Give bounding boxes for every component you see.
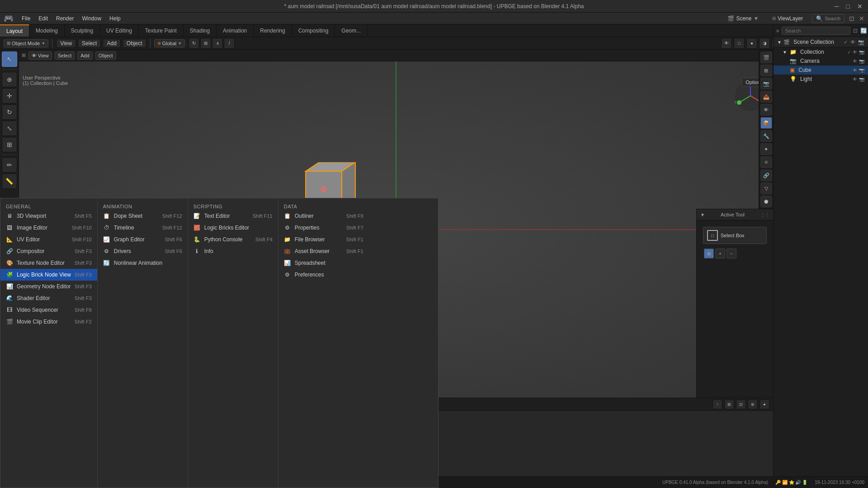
light-eye-icon[interactable]: 👁 (853, 77, 857, 82)
renderlayer-prop-icon[interactable]: ⊞ (760, 65, 772, 76)
collection-item[interactable]: ▼ 📁 Collection ✓ 👁 📷 (774, 47, 868, 56)
dd-drivers[interactable]: ⚙ Drivers Shift F6 (98, 245, 188, 257)
cursor-tool[interactable]: ⊕ (2, 72, 17, 87)
active-tool-collapse[interactable]: ▼ (700, 212, 705, 217)
bottom-icon-r2[interactable]: ⊞ (724, 399, 734, 409)
scene-selector[interactable]: 🎬 Scene ▼ (727, 15, 759, 22)
viewport-object-btn[interactable]: Object (95, 52, 116, 60)
cam-eye-icon[interactable]: 👁 (853, 59, 857, 64)
tab-geometry-nodes[interactable]: Geom... (335, 24, 368, 37)
minimize-button[interactable]: ─ (833, 3, 841, 10)
dd-logic-bricks[interactable]: 🧱 Logic Bricks Editor (188, 222, 278, 234)
cam-render-icon[interactable]: 📷 (859, 59, 864, 64)
collection-camera-icon[interactable]: 📷 (858, 39, 864, 45)
add-menu[interactable]: Add (103, 39, 120, 48)
tab-uv-editing[interactable]: UV Editing (100, 24, 139, 37)
dd-image-editor[interactable]: 🖼 Image Editor Shift F10 (0, 222, 97, 234)
light-render-icon[interactable]: 📷 (859, 77, 864, 82)
dd-3d-viewport[interactable]: 🖥 3D Viewport Shift F5 (0, 210, 97, 222)
dd-outliner[interactable]: 📋 Outliner Shift F9 (278, 210, 369, 222)
outliner-filter-btn[interactable]: ⊡ (853, 28, 858, 34)
dd-preferences[interactable]: ⚙ Preferences (278, 269, 369, 281)
viewlayer-selector[interactable]: ⊞ ViewLayer (772, 15, 803, 22)
menu-edit[interactable]: Edit (35, 14, 52, 23)
dd-properties[interactable]: ⚙ Properties Shift F7 (278, 222, 369, 234)
viewport-select-btn[interactable]: Select (55, 52, 75, 60)
viewport-add-btn[interactable]: Add (77, 52, 93, 60)
material-prop-icon[interactable]: ⬟ (760, 196, 772, 207)
collection-eye-icon[interactable]: 👁 (850, 39, 855, 45)
outliner-search-input[interactable] (782, 27, 850, 35)
dd-dope-sheet[interactable]: 📋 Dope Sheet Shift F12 (98, 210, 188, 222)
tab-shading[interactable]: Shading (184, 24, 217, 37)
menu-file[interactable]: File (18, 14, 34, 23)
cube-eye-icon[interactable]: 👁 (853, 68, 857, 73)
tab-texture-paint[interactable]: Texture Paint (139, 24, 184, 37)
dd-python-console[interactable]: 🐍 Python Console Shift F4 (188, 234, 278, 245)
bottom-icon-r3[interactable]: ⊡ (736, 399, 746, 409)
viewport-overlay-btn[interactable]: 👁 (721, 38, 732, 49)
tab-layout[interactable]: Layout (0, 24, 29, 37)
tab-sculpting[interactable]: Sculpting (65, 24, 100, 37)
transform-tool[interactable]: ⊞ (2, 137, 17, 152)
dd-graph-editor[interactable]: 📈 Graph Editor Shift F6 (98, 234, 188, 245)
mode-set-icon[interactable]: ⊞ (704, 249, 714, 258)
transform-icon-2[interactable]: ⊞ (200, 38, 211, 49)
viewport-shading-wire[interactable]: □ (734, 38, 745, 49)
output-prop-icon[interactable]: 📤 (760, 91, 772, 103)
cube-render-icon[interactable]: 📷 (859, 68, 864, 73)
tab-animation[interactable]: Animation (217, 24, 254, 37)
dd-text-editor[interactable]: 📝 Text Editor Shift F11 (188, 210, 278, 222)
transform-icon-4[interactable]: / (224, 38, 235, 49)
tab-modeling[interactable]: Modeling (29, 24, 65, 37)
menu-window[interactable]: Window (78, 14, 105, 23)
view-prop-icon[interactable]: 👁 (760, 104, 772, 116)
viewport-header-icon[interactable]: ⊞ (22, 52, 26, 58)
scene-collection-expand[interactable]: ▼ (777, 40, 782, 45)
dd-file-browser[interactable]: 📁 File Browser Shift F1 (278, 234, 369, 245)
scene-collection-header[interactable]: ▼ 🎬 Scene Collection ✓ 👁 📷 (774, 37, 868, 47)
collection-check-icon[interactable]: ✓ (844, 39, 848, 45)
dd-movie-clip[interactable]: 🎬 Movie Clip Editor Shift F2 (0, 316, 97, 328)
annotate-tool[interactable]: ✏ (2, 157, 17, 173)
outliner-camera-item[interactable]: 📷 Camera 👁 📷 (774, 56, 868, 66)
dd-texture-node[interactable]: 🎨 Texture Node Editor Shift F3 (0, 257, 97, 269)
bottom-icon-r1[interactable]: ↑ (712, 399, 722, 409)
outliner-options-btn[interactable]: ✕ (859, 15, 864, 22)
dd-geometry-node[interactable]: 📊 Geometry Node Editor Shift F3 (0, 281, 97, 292)
data-prop-icon[interactable]: ▽ (760, 183, 772, 194)
tab-compositing[interactable]: Compositing (292, 24, 335, 37)
maximize-button[interactable]: □ (844, 3, 852, 10)
viewport-shading-solid[interactable]: ● (746, 38, 757, 49)
col-check-icon[interactable]: ✓ (847, 50, 851, 55)
dd-uv-editor[interactable]: 📐 UV Editor Shift F10 (0, 234, 97, 245)
dd-compositor[interactable]: 🔗 Compositor Shift F3 (0, 245, 97, 257)
outliner-sync-btn[interactable]: 🔄 (860, 28, 867, 34)
mode-add-icon[interactable]: + (715, 249, 725, 258)
outliner-light-item[interactable]: 💡 Light 👁 📷 (774, 75, 868, 84)
outliner-cube-item[interactable]: ▣ Cube 👁 📷 (774, 66, 868, 75)
dd-logic-brick-node[interactable]: 🧩 Logic Brick Node View Shift F3 (0, 269, 97, 281)
select-menu[interactable]: Select (78, 39, 101, 48)
col-cam-icon[interactable]: 📷 (859, 50, 864, 55)
dd-nonlinear-anim[interactable]: 🔄 Nonlinear Animation (98, 257, 188, 269)
tab-rendering[interactable]: Rendering (254, 24, 292, 37)
search-box[interactable]: 🔍 Search (812, 14, 844, 23)
object-prop-icon[interactable]: 📦 (760, 117, 772, 129)
dd-info[interactable]: ℹ Info (188, 245, 278, 257)
mode-sub-icon[interactable]: − (726, 249, 736, 258)
particles-prop-icon[interactable]: ✦ (760, 143, 772, 155)
render-prop-icon[interactable]: 📷 (760, 78, 772, 89)
dd-spreadsheet[interactable]: 📊 Spreadsheet (278, 257, 369, 269)
measure-tool[interactable]: 📏 (2, 174, 17, 189)
dd-shader-editor[interactable]: 🌊 Shader Editor Shift F3 (0, 292, 97, 304)
physics-prop-icon[interactable]: ⚛ (760, 156, 772, 168)
dd-asset-browser[interactable]: 💼 Asset Browser Shift F1 (278, 245, 369, 257)
select-box-button[interactable]: □ Select Box (703, 227, 767, 244)
menu-help[interactable]: Help (106, 14, 124, 23)
window-controls[interactable]: ─ □ ✕ (833, 0, 864, 13)
mode-selector[interactable]: ⊞ Object Mode ▼ (4, 39, 48, 47)
bottom-shading-icon[interactable]: ● (760, 399, 769, 409)
close-button[interactable]: ✕ (855, 3, 864, 10)
viewport-mode-btn[interactable]: 👁 View (28, 52, 52, 60)
